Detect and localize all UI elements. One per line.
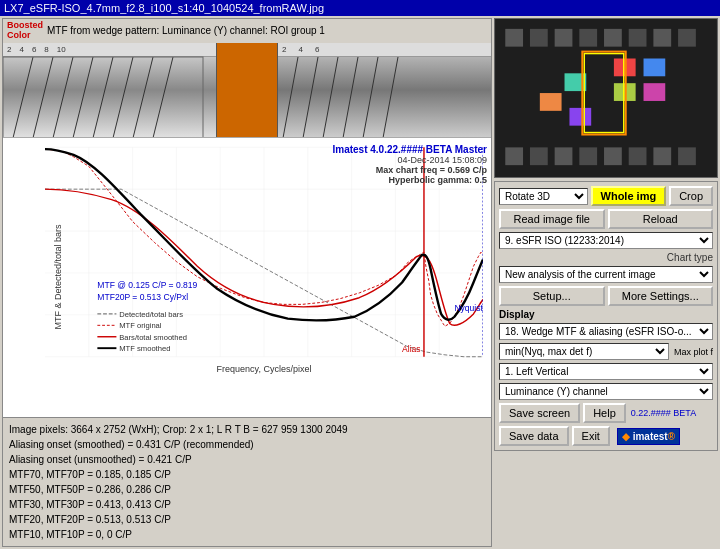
svg-rect-64	[530, 29, 548, 47]
right-panel: Rotate 3D Whole img Crop Read image file…	[494, 18, 718, 547]
stat-line-2: Aliasing onset (smoothed) = 0.431 C/P (r…	[9, 437, 485, 452]
stat-line-1: Image pixels: 3664 x 2752 (WxH); Crop: 2…	[9, 422, 485, 437]
svg-line-2	[53, 57, 73, 137]
rotate-3d-select[interactable]: Rotate 3D	[499, 188, 588, 205]
svg-text:MTF @ 0.125 C/P = 0.819: MTF @ 0.125 C/P = 0.819	[97, 280, 197, 290]
display-dropdown-row: 18. Wedge MTF & aliasing (eSFR ISO-o...	[499, 323, 713, 340]
stat-line-7: MTF20, MTF20P = 0.513, 0.513 C/P	[9, 512, 485, 527]
svg-text:MTF original: MTF original	[119, 321, 162, 330]
svg-line-6	[133, 57, 153, 137]
svg-rect-68	[629, 29, 647, 47]
setup-button[interactable]: Setup...	[499, 286, 605, 306]
camera-view	[494, 18, 718, 178]
crop-button[interactable]: Crop	[669, 186, 713, 206]
orange-segment	[217, 43, 277, 137]
svg-line-11	[323, 57, 338, 137]
read-image-file-button[interactable]: Read image file	[499, 209, 605, 229]
display-select[interactable]: 18. Wedge MTF & aliasing (eSFR ISO-o...	[499, 323, 713, 340]
svg-line-3	[73, 57, 93, 137]
analysis-select[interactable]: New analysis of the current image	[499, 266, 713, 283]
svg-rect-76	[540, 93, 562, 111]
svg-rect-65	[555, 29, 573, 47]
svg-line-5	[113, 57, 133, 137]
svg-rect-72	[644, 59, 666, 77]
chart-imatest-label: Imatest 4.0.22.#### BETA Master 04-Dec-2…	[332, 144, 487, 185]
analysis-dropdown-row: New analysis of the current image	[499, 266, 713, 283]
rotate-row: Rotate 3D Whole img Crop	[499, 186, 713, 206]
display-label: Display	[499, 309, 535, 320]
svg-rect-83	[604, 147, 622, 165]
svg-rect-84	[629, 147, 647, 165]
x-axis-label: Frequency, Cycles/pixel	[45, 364, 483, 374]
stat-line-4: MTF70, MTF70P = 0.185, 0.185 C/P	[9, 467, 485, 482]
svg-text:Detected/total bars: Detected/total bars	[119, 310, 183, 319]
chart-type-row: Chart type	[499, 252, 713, 263]
image-strip: 246810	[3, 43, 491, 138]
iso-dropdown-row: 9. eSFR ISO (12233:2014)	[499, 232, 713, 249]
help-button[interactable]: Help	[583, 403, 626, 423]
svg-rect-66	[579, 29, 597, 47]
whole-img-button[interactable]: Whole img	[591, 186, 667, 206]
svg-line-4	[93, 57, 113, 137]
controls-panel: Rotate 3D Whole img Crop Read image file…	[494, 181, 718, 451]
stat-line-6: MTF30, MTF30P = 0.413, 0.413 C/P	[9, 497, 485, 512]
imatest-logo: ◆ imatest®	[617, 428, 680, 445]
max-plot-row: min(Nyq, max det f) Max plot f	[499, 343, 713, 360]
save-screen-button[interactable]: Save screen	[499, 403, 580, 423]
bottom-stats: Image pixels: 3664 x 2752 (WxH); Crop: 2…	[3, 417, 491, 546]
svg-line-10	[303, 57, 318, 137]
more-settings-button[interactable]: More Settings...	[608, 286, 714, 306]
read-reload-row: Read image file Reload	[499, 209, 713, 229]
svg-text:Nyquist: Nyquist	[454, 303, 483, 313]
save-data-button[interactable]: Save data	[499, 426, 569, 446]
svg-line-14	[383, 57, 398, 137]
vertical-select[interactable]: 1. Left Vertical	[499, 363, 713, 380]
svg-rect-63	[505, 29, 523, 47]
save-exit-row: Save data Exit ◆ imatest®	[499, 426, 713, 446]
svg-text:MTF20P = 0.513 Cy/Pxl: MTF20P = 0.513 Cy/Pxl	[97, 291, 188, 301]
subtitle-text: MTF from wedge pattern: Luminance (Y) ch…	[47, 25, 325, 36]
version-label: 0.22.#### BETA	[631, 408, 696, 418]
svg-rect-80	[530, 147, 548, 165]
svg-line-12	[343, 57, 358, 137]
setup-row: Setup... More Settings...	[499, 286, 713, 306]
left-panel: BoostedColor MTF from wedge pattern: Lum…	[2, 18, 492, 547]
main-container: LX7_eSFR-ISO_4.7mm_f2.8_i100_s1:40_10405…	[0, 0, 720, 549]
svg-line-7	[153, 57, 173, 137]
svg-rect-74	[644, 83, 666, 101]
svg-rect-77	[569, 108, 591, 126]
chart-type-label: Chart type	[667, 252, 713, 263]
svg-line-9	[283, 57, 298, 137]
svg-rect-85	[653, 147, 671, 165]
vertical-dropdown-row: 1. Left Vertical	[499, 363, 713, 380]
svg-rect-81	[555, 147, 573, 165]
channel-dropdown-row: Luminance (Y) channel	[499, 383, 713, 400]
svg-text:MTF smoothed: MTF smoothed	[119, 344, 170, 353]
y-axis-label: MTF & Detected/total bars	[53, 225, 63, 330]
svg-rect-86	[678, 147, 696, 165]
svg-rect-67	[604, 29, 622, 47]
svg-line-0	[13, 57, 33, 137]
boosted-color-label: BoostedColor	[7, 21, 43, 41]
svg-rect-82	[579, 147, 597, 165]
chart-preview	[495, 19, 717, 177]
max-plot-f-label: Max plot f	[674, 347, 713, 357]
title-bar: LX7_eSFR-ISO_4.7mm_f2.8_i100_s1:40_10405…	[0, 0, 720, 16]
svg-rect-69	[653, 29, 671, 47]
stat-line-5: MTF50, MTF50P = 0.286, 0.286 C/P	[9, 482, 485, 497]
svg-line-13	[363, 57, 378, 137]
stat-line-3: Aliasing onset (unsmoothed) = 0.421 C/P	[9, 452, 485, 467]
exit-button[interactable]: Exit	[572, 426, 610, 446]
reload-button[interactable]: Reload	[608, 209, 714, 229]
svg-rect-79	[505, 147, 523, 165]
svg-text:Alias: Alias	[402, 344, 421, 354]
title-text: LX7_eSFR-ISO_4.7mm_f2.8_i100_s1:40_10405…	[4, 2, 324, 14]
iso-select[interactable]: 9. eSFR ISO (12233:2014)	[499, 232, 713, 249]
channel-select[interactable]: Luminance (Y) channel	[499, 383, 713, 400]
svg-line-1	[33, 57, 53, 137]
nyq-select[interactable]: min(Nyq, max det f)	[499, 343, 669, 360]
svg-rect-70	[678, 29, 696, 47]
svg-text:Bars/total smoothed: Bars/total smoothed	[119, 332, 187, 341]
save-help-row: Save screen Help 0.22.#### BETA	[499, 403, 713, 423]
display-label-row: Display	[499, 309, 713, 320]
